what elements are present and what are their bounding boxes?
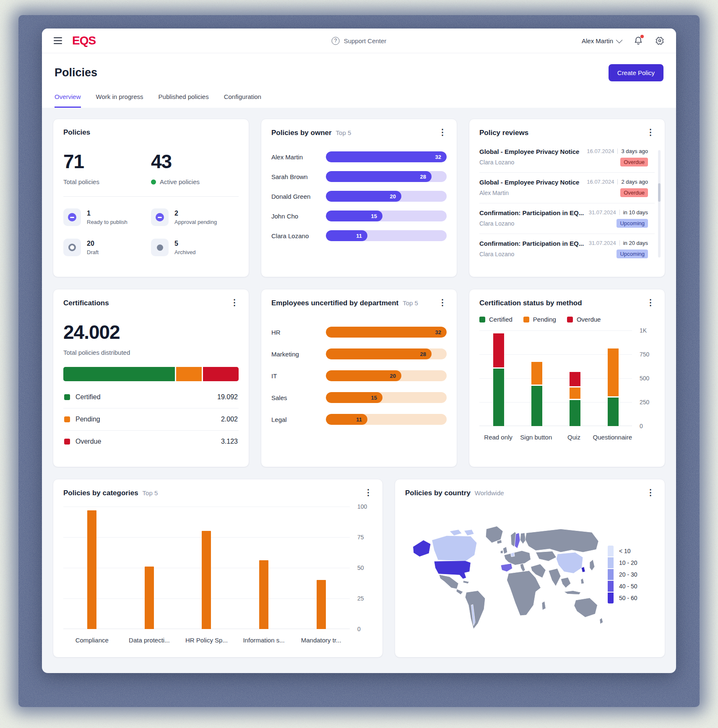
stacked-bar-sign-button: [531, 330, 542, 426]
bar-row: Sales 15: [271, 392, 447, 403]
tab-published-policies[interactable]: Published policies: [159, 93, 209, 108]
user-menu[interactable]: Alex Martin: [582, 37, 622, 44]
card-title: Policies by country: [405, 489, 471, 497]
legend-label: Certified: [489, 316, 512, 323]
review-item[interactable]: Global - Employee Privacy Notice Alex Ma…: [479, 173, 655, 203]
legend-label: Certified: [75, 393, 101, 401]
tab-overview[interactable]: Overview: [55, 93, 81, 108]
stack-segment-certified: [570, 400, 580, 426]
bar-row: Sarah Brown 28: [271, 171, 447, 182]
kebab-menu-icon[interactable]: ⋮: [230, 299, 239, 306]
scrollbar-track[interactable]: [658, 150, 661, 257]
y-tick: 0: [640, 423, 643, 429]
stat-value: 1: [87, 210, 127, 217]
eqs-logo[interactable]: EQS: [72, 34, 96, 47]
categories-chart-plot: [63, 507, 350, 629]
x-label: Sign button: [517, 434, 555, 441]
stack-segment-pending: [608, 348, 619, 396]
bar-fill: 20: [326, 370, 401, 381]
bar-row: Marketing 28: [271, 348, 447, 359]
legend-label: Overdue: [75, 438, 101, 445]
create-policy-button[interactable]: Create Policy: [609, 64, 663, 81]
x-label: Data protecti...: [121, 637, 178, 644]
categories-y-axis: 100 75 50 25 0: [354, 507, 372, 629]
bar-row: Legal 11: [271, 414, 447, 425]
bar-fill: 32: [326, 327, 447, 338]
review-title: Confirmation: Participation in EQ...: [479, 209, 584, 216]
divider: [63, 196, 239, 197]
solid-circle-icon: [151, 239, 169, 256]
active-status-dot: [151, 179, 156, 185]
total-policies-label: Total policies: [63, 178, 151, 185]
y-tick: 250: [640, 399, 649, 406]
legend-label: Overdue: [577, 316, 601, 323]
tab-configuration[interactable]: Configuration: [224, 93, 261, 108]
active-policies-value: 43: [151, 150, 239, 173]
bar-fill: 28: [326, 171, 432, 182]
page-title: Policies: [55, 66, 97, 79]
x-label: Read only: [479, 434, 517, 441]
x-label: Information s...: [235, 637, 293, 644]
kebab-menu-icon[interactable]: ⋮: [646, 489, 655, 496]
support-center-link[interactable]: ? Support Center: [332, 37, 387, 45]
stat-draft: 20 Draft: [63, 239, 151, 256]
total-policies-stat: 71 Total policies: [63, 150, 151, 185]
x-label: Compliance: [63, 637, 121, 644]
stacked-bar-read-only: [493, 330, 504, 426]
x-label: Quiz: [555, 434, 593, 441]
bar-label: Donald Green: [271, 193, 320, 200]
bar-row: HR 32: [271, 327, 447, 338]
bar-label: Legal: [271, 416, 320, 423]
owner-bar-chart: Alex Martin 32 Sarah Brown 28 Donald Gre…: [271, 151, 447, 241]
settings-button[interactable]: [655, 36, 664, 45]
kebab-menu-icon[interactable]: ⋮: [438, 299, 447, 306]
notification-dot: [640, 35, 644, 38]
review-date: 16.07.2024: [587, 179, 614, 185]
kebab-menu-icon[interactable]: ⋮: [646, 128, 655, 136]
category-bar-mandatory-training: [317, 580, 326, 629]
card-subtitle: Top 5: [143, 489, 158, 497]
notifications-button[interactable]: [634, 36, 643, 45]
card-title: Policy reviews: [479, 129, 528, 137]
card-subtitle: Top 5: [336, 129, 351, 136]
method-x-axis-labels: Read only Sign button Quiz Questionnaire: [479, 434, 632, 441]
bar-fill: 28: [326, 348, 432, 359]
dashboard-content: Policies 71 Total policies 43 Active pol…: [42, 108, 676, 673]
legend-value: 2.002: [221, 416, 238, 423]
support-center-label: Support Center: [344, 37, 387, 44]
stat-value: 2: [174, 210, 217, 217]
review-item[interactable]: Confirmation: Participation in EQ... Cla…: [479, 234, 655, 264]
y-tick: 750: [640, 351, 649, 358]
legend-swatch-certified: [64, 394, 70, 400]
map-legend: < 10 10 - 20 20 - 30 40 - 50 50 - 60: [608, 546, 655, 603]
kebab-menu-icon[interactable]: ⋮: [364, 489, 372, 496]
kebab-menu-icon[interactable]: ⋮: [438, 128, 447, 136]
world-map[interactable]: [405, 501, 605, 648]
stack-segment-pending: [531, 362, 542, 385]
review-item[interactable]: Global - Employee Privacy Notice Clara L…: [479, 142, 655, 173]
distribution-segment-pending: [176, 367, 202, 381]
legend-swatch-overdue: [567, 317, 573, 322]
bar-label: Sales: [271, 394, 320, 401]
kebab-menu-icon[interactable]: ⋮: [646, 299, 655, 306]
legend-swatch-pending: [523, 317, 529, 322]
y-tick: 25: [357, 595, 364, 602]
review-relative-time: in 10 days: [623, 209, 648, 216]
legend-label: 20 - 30: [619, 569, 637, 580]
scrollbar-thumb[interactable]: [658, 183, 661, 202]
certification-status-by-method-card: Certification status by method ⋮ Certifi…: [469, 289, 665, 467]
hamburger-menu-icon[interactable]: [54, 37, 62, 44]
status-badge: Upcoming: [617, 219, 648, 228]
review-date: 31.07.2024: [589, 240, 616, 246]
ring-icon: [63, 239, 81, 256]
review-item[interactable]: Confirmation: Participation in EQ... Cla…: [479, 203, 655, 234]
tab-work-in-progress[interactable]: Work in progress: [96, 93, 143, 108]
bar-fill: 11: [326, 414, 367, 425]
bar-row: John Cho 15: [271, 211, 447, 221]
top-bar: EQS ? Support Center Alex Martin: [42, 29, 676, 53]
x-label: HR Policy Sp...: [178, 637, 235, 644]
certifications-total: 24.002: [63, 321, 239, 343]
stack-segment-pending: [570, 387, 580, 399]
legend-color-block: [608, 593, 614, 603]
total-policies-value: 71: [63, 150, 151, 173]
